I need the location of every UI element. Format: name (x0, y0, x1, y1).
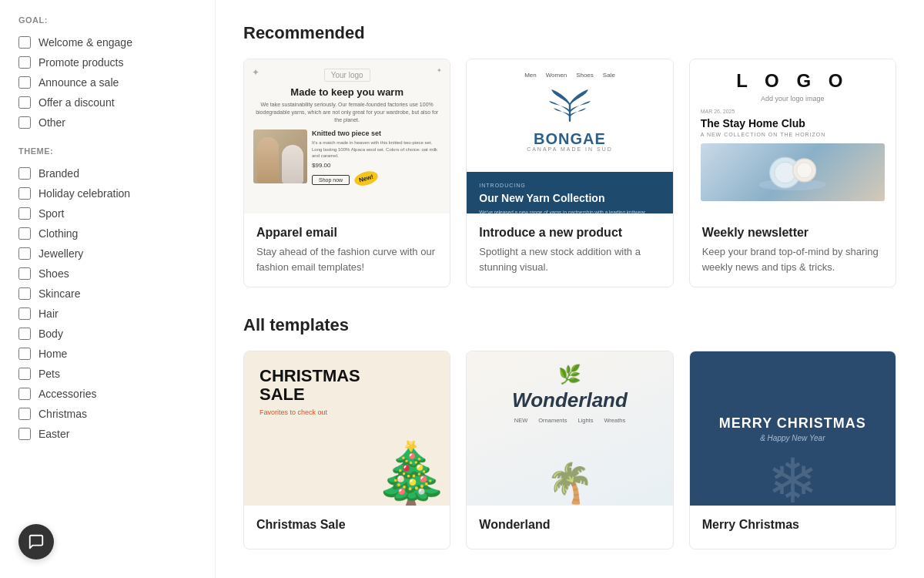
filter-body-label[interactable]: Body (38, 328, 63, 340)
filter-home-label[interactable]: Home (38, 348, 67, 360)
filter-announce[interactable]: Announce a sale (18, 72, 196, 92)
template-card-new-product[interactable]: Men Women Shoes Sale (466, 59, 673, 287)
checkbox-easter[interactable] (18, 428, 31, 440)
apparel-product-image (253, 129, 307, 183)
chat-button[interactable] (18, 524, 54, 560)
filter-other-label[interactable]: Other (38, 116, 65, 129)
filter-discount[interactable]: Offer a discount (18, 92, 196, 113)
filter-holiday-label[interactable]: Holiday celebration (38, 187, 130, 200)
checkbox-accessories[interactable] (18, 388, 31, 400)
filter-pets[interactable]: Pets (18, 364, 196, 384)
checkbox-skincare[interactable] (18, 287, 31, 300)
christmas-sale-name: Christmas Sale (256, 518, 437, 532)
filter-christmas-label[interactable]: Christmas (38, 408, 87, 420)
checkbox-promote[interactable] (18, 56, 31, 69)
template-card-apparel[interactable]: ✦ ✦ Your logo Made to keep you warm We t… (243, 59, 450, 287)
filter-clothing-label[interactable]: Clothing (38, 227, 78, 240)
filter-shoes[interactable]: Shoes (18, 264, 196, 284)
filter-accessories[interactable]: Accessories (18, 384, 196, 404)
filter-promote-label[interactable]: Promote products (38, 56, 124, 69)
checkbox-hair[interactable] (18, 307, 31, 320)
filter-welcome[interactable]: Welcome & engage (18, 32, 196, 52)
checkbox-sport[interactable] (18, 207, 31, 220)
plates-icon (754, 150, 831, 196)
checkbox-announce[interactable] (18, 76, 31, 89)
bongae-nav: Men Women Shoes Sale (479, 72, 660, 79)
thumbnail-weekly: L O G O Add your logo image MAR 26, 2025… (690, 59, 896, 213)
wonderland-nav: NEW Ornaments Lights Wreaths (514, 417, 625, 424)
nav-women: Women (546, 72, 567, 79)
checkbox-welcome[interactable] (18, 36, 31, 49)
filter-jewellery[interactable]: Jewellery (18, 244, 196, 264)
filter-home[interactable]: Home (18, 344, 196, 364)
filter-pets-label[interactable]: Pets (38, 368, 60, 380)
nav-wreaths: Wreaths (604, 417, 625, 424)
filter-hair-label[interactable]: Hair (38, 307, 59, 320)
filter-easter[interactable]: Easter (18, 424, 196, 444)
checkbox-pets[interactable] (18, 368, 31, 380)
new-product-name: Introduce a new product (479, 226, 660, 240)
checkbox-branded[interactable] (18, 167, 31, 180)
nav-new: NEW (514, 417, 528, 424)
all-templates-grid: CHRISTMASSALE Favorites to check out 🎄 C… (243, 351, 896, 549)
weekly-date: MAR 26, 2025 (701, 109, 885, 114)
filter-promote[interactable]: Promote products (18, 52, 196, 72)
thumbnail-bongae: Men Women Shoes Sale (467, 59, 672, 213)
template-card-weekly[interactable]: L O G O Add your logo image MAR 26, 2025… (689, 59, 896, 287)
checkbox-clothing[interactable] (18, 227, 31, 240)
apparel-product-info: Knitted two piece set It's a match made … (312, 129, 440, 184)
filter-christmas[interactable]: Christmas (18, 404, 196, 424)
christmas-favorites: Favorites to check out (259, 408, 360, 416)
star-icon: ✦ (252, 67, 259, 78)
filter-discount-label[interactable]: Offer a discount (38, 96, 115, 109)
merry-subtitle: & Happy New Year (760, 434, 825, 442)
filter-sport[interactable]: Sport (18, 203, 196, 223)
checkbox-body[interactable] (18, 328, 31, 340)
apparel-name: Apparel email (256, 226, 437, 240)
checkbox-shoes[interactable] (18, 267, 31, 280)
filter-skincare-label[interactable]: Skincare (38, 287, 80, 300)
weekly-image (701, 143, 885, 201)
wonderland-info: Wonderland (467, 506, 672, 549)
template-card-merry-christmas[interactable]: MERRY CHRISTMAS & Happy New Year ❄ Merry… (689, 351, 896, 549)
filter-shoes-label[interactable]: Shoes (38, 267, 69, 280)
checkbox-jewellery[interactable] (18, 247, 31, 260)
shop-button: Shop now (312, 175, 350, 185)
figure2 (282, 145, 303, 183)
filter-announce-label[interactable]: Announce a sale (38, 76, 119, 89)
filter-other[interactable]: Other (18, 113, 196, 133)
checkbox-christmas[interactable] (18, 408, 31, 420)
filter-sport-label[interactable]: Sport (38, 207, 64, 220)
filter-easter-label[interactable]: Easter (38, 428, 69, 440)
filter-skincare[interactable]: Skincare (18, 284, 196, 304)
nav-lights: Lights (578, 417, 593, 424)
filter-hair[interactable]: Hair (18, 304, 196, 324)
filter-welcome-label[interactable]: Welcome & engage (38, 36, 132, 49)
nav-sale: Sale (603, 72, 615, 79)
theme-filter-section: THEME: Branded Holiday celebration Sport… (18, 146, 196, 444)
filter-accessories-label[interactable]: Accessories (38, 388, 96, 400)
wonderland-palm-icon: 🌴 (546, 461, 594, 506)
filter-jewellery-label[interactable]: Jewellery (38, 247, 83, 260)
filter-branded-label[interactable]: Branded (38, 167, 79, 180)
weekly-add-logo: Add your logo image (701, 95, 885, 102)
bongae-top: Men Women Shoes Sale (467, 59, 672, 172)
filter-branded[interactable]: Branded (18, 163, 196, 183)
weekly-title: The Stay Home Club (701, 117, 885, 129)
svg-point-5 (797, 162, 812, 177)
checkbox-other[interactable] (18, 116, 31, 129)
apparel-headline: Made to keep you warm (290, 86, 403, 98)
checkbox-home[interactable] (18, 348, 31, 360)
thumbnail-wonderland: 🌿 Wonderland NEW Ornaments Lights Wreath… (467, 351, 672, 506)
filter-body[interactable]: Body (18, 324, 196, 344)
template-card-wonderland[interactable]: 🌿 Wonderland NEW Ornaments Lights Wreath… (466, 351, 673, 549)
apparel-desc: Stay ahead of the fashion curve with our… (256, 244, 437, 274)
filter-clothing[interactable]: Clothing (18, 223, 196, 244)
filter-holiday[interactable]: Holiday celebration (18, 183, 196, 203)
template-card-christmas-sale[interactable]: CHRISTMASSALE Favorites to check out 🎄 C… (243, 351, 450, 549)
checkbox-discount[interactable] (18, 96, 31, 109)
wonderland-title: Wonderland (512, 388, 628, 412)
weekly-subtitle: A NEW COLLECTION ON THE HORIZON (701, 132, 885, 137)
checkbox-holiday[interactable] (18, 187, 31, 200)
chat-icon (28, 533, 45, 550)
